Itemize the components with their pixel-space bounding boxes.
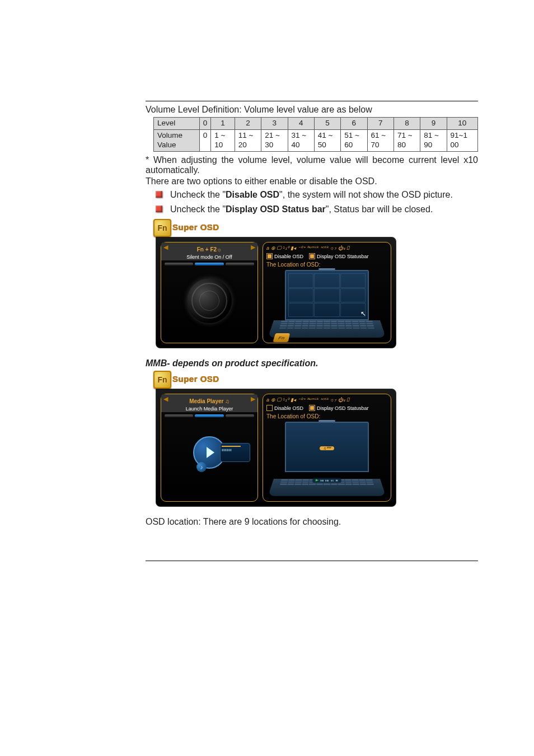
bottom-rule: [146, 561, 478, 561]
location-grid[interactable]: ♫ᴹᴹ: [285, 422, 369, 472]
level-label: Level: [154, 118, 200, 130]
window-title: Super OSD: [172, 374, 219, 384]
checkbox-icon: [266, 253, 273, 259]
music-note-icon: ♪: [196, 462, 207, 472]
next-arrow-icon[interactable]: ▶: [251, 244, 255, 251]
sub-tabs[interactable]: [165, 263, 254, 265]
option-disable-osd: Uncheck the "Disable OSD", the system wi…: [156, 189, 478, 201]
app-icon: Fn: [153, 219, 171, 237]
osd-screenshot-mmb: Fn Super OSD ◀ Media Player ♫ ▶ Launch M…: [156, 373, 478, 507]
mini-player-icon: ▮▮▮▮▮▮: [220, 443, 250, 462]
checkbox-icon: [309, 405, 315, 411]
osd-location-note: OSD location: There are 9 locations for …: [146, 517, 478, 527]
sub-tabs[interactable]: [165, 414, 254, 417]
osd-screenshot-fn: Fn Super OSD ◀ Fn + F2☼ ▶ Silent mode On…: [156, 221, 478, 348]
value-label: Volume Value: [154, 129, 200, 151]
location-grid[interactable]: ↖: [285, 270, 369, 320]
status-badge: ♫ᴹᴹ: [320, 446, 334, 450]
option-display-statusbar: Uncheck the "Display OSD Status bar", St…: [156, 203, 478, 216]
checkbox-icon: [266, 405, 273, 411]
volume-level-table: Level 0 1 2 3 4 5 6 7 8 9 10 Volume Valu…: [153, 117, 478, 152]
mmb-label: Media Player ♫: [189, 398, 229, 404]
location-label: The Location of OSD:: [266, 262, 387, 268]
bullet-icon: [156, 191, 162, 198]
display-statusbar-checkbox[interactable]: Display OSD Statusbar: [309, 253, 369, 259]
display-statusbar-checkbox[interactable]: Display OSD Statusbar: [309, 405, 369, 411]
cursor-icon: ↖: [360, 310, 366, 318]
prev-arrow-icon[interactable]: ◀: [163, 244, 168, 251]
icon-row: a ⊕ 🖵 ¹₁⁰ ▮◂ ⁻⁰⁺ ᴺᵘᵐᴸᵏ ˢᶜʳᴸᵏ ☼₇ ⏻₄ ⎕: [266, 398, 387, 403]
fn-key-icon: Fn: [273, 333, 290, 342]
checkbox-icon: [309, 253, 315, 259]
fan-icon: [187, 278, 232, 323]
osd-right-panel: a ⊕ 🖵 ¹₁⁰ ▮◂ ⁻⁰⁺ ᴺᵘᵐᴸᵏ ˢᶜʳᴸᵏ ☼₇ ⏻₄ ⎕ Dis…: [263, 242, 391, 343]
location-label: The Location of OSD:: [266, 413, 387, 419]
mmb-action-label: Launch Media Player: [161, 406, 257, 412]
osd-left-panel: ◀ Fn + F2☼ ▶ Silent mode On / Off: [161, 242, 258, 343]
laptop-graphic: ♫ᴹᴹ ▶ ⏮ ⏭ ⏯ ■: [274, 422, 380, 498]
osd-right-panel: a ⊕ 🖵 ¹₁⁰ ▮◂ ⁻⁰⁺ ᴺᵘᵐᴸᵏ ˢᶜʳᴸᵏ ☼₇ ⏻₄ ⎕ Dis…: [263, 394, 391, 502]
volume-note: * When adjusting the volume level, volum…: [146, 155, 478, 175]
app-icon: Fn: [153, 371, 171, 389]
bullet-icon: [156, 206, 162, 212]
fn-action-label: Silent mode On / Off: [161, 254, 257, 260]
options-intro: There are two options to either enable o…: [146, 176, 478, 186]
laptop-graphic: ↖ Fn: [274, 270, 380, 339]
table-header-row: Level 0 1 2 3 4 5 6 7 8 9 10: [154, 118, 478, 130]
prev-arrow-icon[interactable]: ◀: [163, 395, 168, 403]
table-value-row: Volume Value 0 1 ~ 10 11 ~ 20 21 ~ 30 31…: [154, 129, 478, 151]
disable-osd-checkbox[interactable]: Disable OSD: [266, 405, 303, 411]
fn-combo-label: Fn + F2☼: [197, 246, 222, 253]
icon-row: a ⊕ 🖵 ¹₁⁰ ▮◂ ⁻⁰⁺ ᴺᵘᵐᴸᵏ ˢᶜʳᴸᵏ ☼₇ ⏻₄ ⎕: [266, 246, 387, 251]
mmb-heading: MMB- depends on product specification.: [146, 358, 478, 368]
osd-left-panel: ◀ Media Player ♫ ▶ Launch Media Player: [161, 394, 258, 502]
disable-osd-checkbox[interactable]: Disable OSD: [266, 253, 303, 259]
window-title: Super OSD: [172, 222, 219, 232]
next-arrow-icon[interactable]: ▶: [251, 395, 255, 403]
status-bar: ▶ ⏮ ⏭ ⏯ ■: [312, 478, 341, 483]
vol-def-intro: Volume Level Definition: Volume level va…: [146, 105, 478, 115]
top-rule: [146, 101, 478, 101]
options-list: Uncheck the "Disable OSD", the system wi…: [156, 189, 478, 216]
